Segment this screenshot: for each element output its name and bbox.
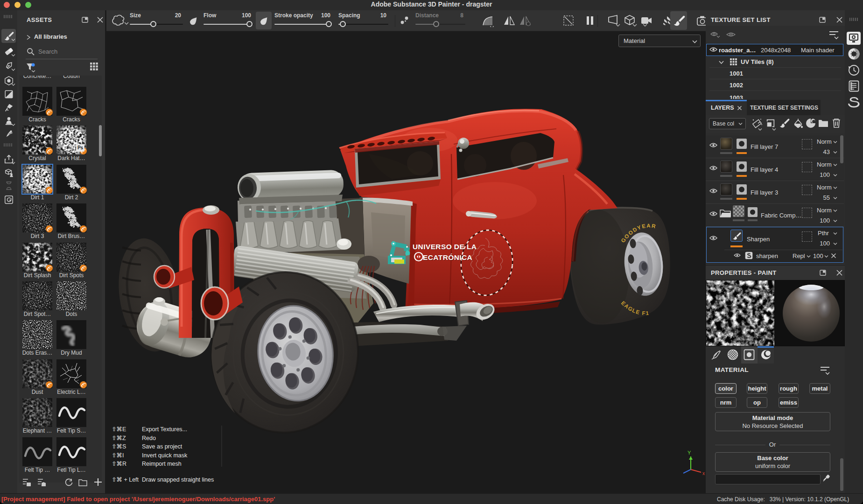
svg-text:ECATRÓNICA: ECATRÓNICA: [423, 253, 472, 261]
svg-text:⇧⌘R: ⇧⌘R: [112, 461, 126, 467]
svg-text:Save as project: Save as project: [142, 443, 182, 450]
svg-text:UNIVERSO DE LA: UNIVERSO DE LA: [413, 243, 477, 251]
svg-text:⇧⌘Z: ⇧⌘Z: [112, 435, 126, 441]
svg-text:Export Textures...: Export Textures...: [142, 426, 187, 433]
svg-text:⇧⌘S: ⇧⌘S: [112, 443, 126, 450]
svg-text:Y: Y: [688, 450, 691, 455]
svg-text:Redo: Redo: [142, 435, 156, 441]
svg-text:⇧⌘E: ⇧⌘E: [112, 426, 126, 433]
svg-text:Draw snapped straight lines: Draw snapped straight lines: [142, 476, 214, 483]
svg-text:⇧⌘I: ⇧⌘I: [112, 452, 124, 459]
svg-text:Invert quick mask: Invert quick mask: [142, 452, 188, 459]
svg-text:⇧⌘ + Left: ⇧⌘ + Left: [112, 476, 139, 483]
svg-text:Reimport mesh: Reimport mesh: [142, 461, 182, 467]
svg-text:x: x: [702, 471, 705, 476]
